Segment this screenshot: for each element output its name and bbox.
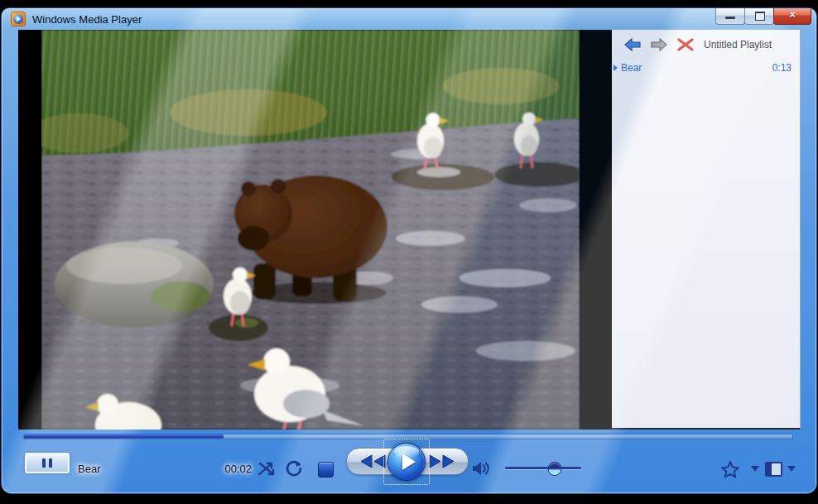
back-arrow-icon bbox=[623, 37, 642, 52]
speaker-icon bbox=[470, 459, 493, 478]
now-playing-marker-icon bbox=[614, 65, 618, 71]
minimize-icon bbox=[725, 17, 735, 19]
playlist-item[interactable]: Bear 0:13 bbox=[612, 60, 800, 76]
wmp-logo-icon bbox=[12, 12, 25, 26]
restore-icon bbox=[755, 12, 765, 21]
close-icon: × bbox=[774, 8, 811, 21]
rock-mid bbox=[209, 314, 268, 341]
rate-menu-chevron-icon[interactable] bbox=[751, 466, 759, 472]
playlist-back-button[interactable] bbox=[623, 36, 642, 53]
elapsed-time: 00:02 bbox=[207, 463, 252, 475]
playlist-forward-button[interactable] bbox=[649, 36, 669, 53]
forward-arrow-icon bbox=[650, 37, 668, 52]
mute-button[interactable] bbox=[470, 459, 493, 478]
window-title: Windows Media Player bbox=[32, 13, 142, 26]
rate-button[interactable] bbox=[720, 460, 740, 478]
shuffle-button[interactable] bbox=[257, 460, 277, 477]
wmp-window: Windows Media Player × bbox=[2, 8, 816, 493]
play-button-focus-ring bbox=[383, 439, 430, 485]
star-icon bbox=[720, 460, 740, 478]
playlist-delete-button[interactable] bbox=[676, 36, 695, 53]
pause-icon bbox=[42, 458, 46, 468]
rock-left bbox=[55, 242, 214, 328]
volume-thumb[interactable] bbox=[547, 462, 561, 476]
track-label: Bear bbox=[78, 463, 100, 475]
playlist-item-duration: 0:13 bbox=[772, 62, 792, 74]
playlist-title: Untitled Playlist bbox=[704, 39, 772, 50]
playlist-panel: Untitled Playlist Bear 0:13 bbox=[612, 30, 801, 430]
red-x-icon bbox=[676, 37, 695, 52]
pause-button[interactable] bbox=[25, 453, 70, 473]
fast-forward-icon bbox=[426, 453, 458, 470]
playlist-header: Untitled Playlist bbox=[612, 30, 800, 60]
repeat-icon bbox=[285, 459, 303, 478]
repeat-button[interactable] bbox=[285, 459, 303, 478]
layout-menu-chevron-icon[interactable] bbox=[787, 466, 796, 472]
minimize-button[interactable] bbox=[715, 8, 745, 25]
volume-slider[interactable] bbox=[505, 467, 581, 469]
stop-button[interactable] bbox=[318, 462, 334, 478]
playlist-item-label: Bear bbox=[621, 62, 772, 74]
fast-forward-button[interactable] bbox=[426, 453, 458, 473]
video-area[interactable] bbox=[18, 30, 612, 430]
seek-progress bbox=[24, 434, 224, 439]
maximize-button[interactable] bbox=[744, 8, 774, 25]
layout-options-button[interactable] bbox=[765, 462, 782, 477]
play-button[interactable] bbox=[387, 443, 426, 481]
close-button[interactable]: × bbox=[773, 8, 811, 25]
shuffle-icon bbox=[257, 460, 277, 477]
titlebar[interactable]: Windows Media Player × bbox=[2, 8, 816, 30]
screenshot-root: Windows Media Player × bbox=[0, 0, 818, 504]
video-frame bbox=[41, 30, 580, 430]
content-area: Untitled Playlist Bear 0:13 bbox=[18, 30, 801, 430]
play-icon bbox=[402, 454, 416, 470]
